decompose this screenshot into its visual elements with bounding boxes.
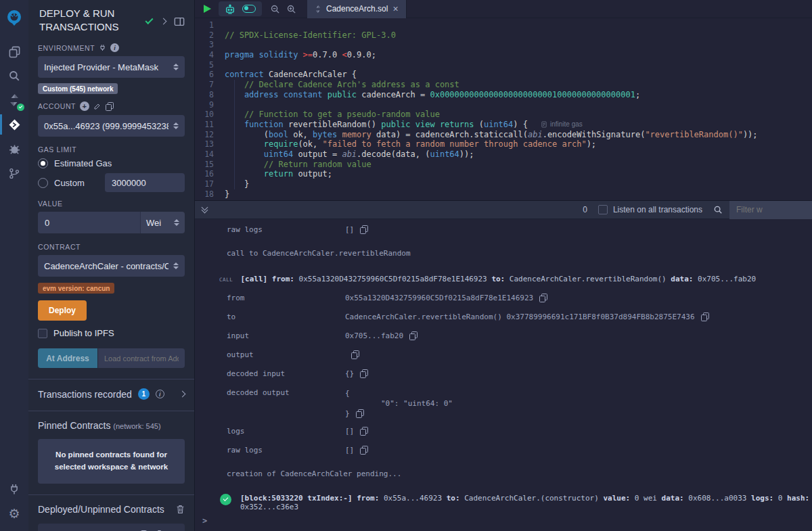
code-text: // SPDX-License-Identifier: GPL-3.0 [225, 30, 396, 41]
value-unit-select[interactable]: Wei [140, 212, 185, 233]
log-transaction-row[interactable]: [block:5033220 txIndex:-] from: 0x55a...… [195, 494, 812, 511]
environment-info-icon[interactable]: i [110, 43, 119, 52]
code-line[interactable]: 17 } [195, 179, 812, 189]
tab-cadencearch-sol[interactable]: CadenceArch.sol × [307, 0, 407, 18]
log-key: input [227, 331, 345, 340]
debugger-icon[interactable] [0, 137, 28, 161]
code-line[interactable]: 6contract CadenceArchCaler { [195, 70, 812, 80]
code-line[interactable]: 1 [195, 20, 812, 30]
copy-icon[interactable] [539, 294, 547, 302]
code-line[interactable]: 4pragma solidity >=0.7.0 <0.9.0; [195, 50, 812, 60]
git-icon[interactable] [0, 161, 28, 185]
code-line[interactable]: 16 return output; [195, 169, 812, 179]
account-select[interactable]: 0x55a...46923 (999.9999453238 [38, 115, 185, 137]
code-line[interactable]: 9 [195, 100, 812, 110]
log-key: logs [227, 427, 345, 436]
log-key: to [227, 313, 345, 321]
log-call-row[interactable]: call[call] from: 0x55a1320D432759960C5Df… [195, 275, 812, 283]
log-value: [] [345, 446, 368, 455]
at-address-button[interactable]: At Address [38, 348, 97, 368]
code-line[interactable]: 12 (bool ok, bytes memory data) = cadenc… [195, 130, 812, 140]
select-stepper-icon [173, 122, 179, 129]
settings-gear-icon[interactable]: ⚙ [0, 501, 28, 526]
add-account-icon[interactable]: + [80, 101, 89, 111]
collapse-terminal-icon[interactable] [202, 207, 207, 212]
code-line[interactable]: 18} [195, 189, 812, 200]
code-text: // Declare Cadence Arch's address as a c… [225, 80, 459, 90]
terminal-search-icon[interactable] [713, 205, 723, 214]
log-key: output [227, 350, 345, 359]
code-text: // Function to get a pseudo-random value [225, 110, 440, 120]
deploy-run-icon[interactable] [0, 112, 28, 137]
publish-ipfs-checkbox[interactable] [38, 329, 47, 338]
code-text: function revertibleRandom() public view … [225, 120, 528, 130]
copy-icon[interactable] [356, 409, 364, 418]
code-line[interactable]: 10 // Function to get a pseudo-random va… [195, 110, 812, 120]
code-line[interactable]: 14 uint64 output = abi.decode(data, (uin… [195, 149, 812, 160]
contract-select[interactable]: CadenceArchCaler - contracts/Cac [38, 255, 185, 277]
transactions-recorded-label: Transactions recorded [38, 389, 132, 400]
value-label: VALUE [38, 200, 185, 208]
account-label: ACCOUNT + [38, 101, 185, 111]
code-line[interactable]: 15 // Return random value [195, 160, 812, 170]
copy-icon[interactable] [360, 225, 368, 234]
log-kv-row: from0x55a1320D432759960C5Df0215a8dF78e1E… [195, 294, 812, 304]
code-text: pragma solidity >=0.7.0 <0.9.0; [225, 50, 376, 60]
custom-gas-input[interactable] [105, 173, 185, 192]
copy-icon[interactable] [351, 350, 359, 359]
edit-account-icon[interactable] [93, 102, 102, 110]
code-text: (bool ok, bytes memory data) = cadenceAr… [225, 130, 758, 140]
copy-icon[interactable] [409, 331, 418, 340]
run-script-icon[interactable] [204, 5, 211, 13]
code-line[interactable]: 3 [195, 40, 812, 50]
terminal-filter-input[interactable] [729, 201, 812, 219]
pin-panel-icon[interactable] [174, 17, 185, 26]
code-line[interactable]: 13 require(ok, "failed to fetch a random… [195, 139, 812, 149]
log-kv-row: decoded input{} [195, 369, 812, 380]
plug-icon[interactable] [99, 44, 106, 51]
panel-expand-icon[interactable] [160, 18, 167, 25]
plugin-manager-icon[interactable] [0, 477, 28, 501]
code-editor[interactable]: 12// SPDX-License-Identifier: GPL-3.034p… [195, 18, 812, 200]
value-input[interactable] [38, 212, 140, 233]
code-line[interactable]: 8 address constant public cadenceArch = … [195, 90, 812, 100]
transactions-expand-icon[interactable] [179, 391, 186, 398]
copy-icon[interactable] [360, 427, 368, 436]
close-tab-icon[interactable]: × [392, 4, 398, 14]
copy-icon[interactable] [701, 313, 709, 321]
log-value: [] [345, 225, 368, 234]
trash-icon[interactable] [176, 505, 185, 514]
terminal: 0 Listen on all transactions raw logs[]c… [195, 200, 812, 531]
copy-icon[interactable] [360, 369, 368, 378]
code-text: uint64 output = abi.decode(data, (uint64… [225, 149, 474, 160]
terminal-toolbar: 0 Listen on all transactions [195, 201, 812, 219]
tab-label: CadenceArch.sol [326, 4, 388, 14]
deploy-button[interactable]: Deploy [38, 300, 87, 321]
copilot-toggle[interactable] [242, 5, 256, 13]
remix-ai-robot-icon[interactable] [225, 4, 235, 14]
at-address-input[interactable] [98, 348, 185, 368]
search-icon[interactable] [0, 64, 28, 88]
line-number: 10 [195, 110, 225, 120]
copy-account-icon[interactable] [106, 102, 114, 111]
solidity-compiler-icon[interactable] [0, 88, 28, 112]
listen-transactions-checkbox[interactable] [598, 205, 608, 214]
call-tag: call [219, 277, 233, 283]
log-message: creation of CadenceArchCaler pending... [195, 469, 812, 478]
code-line[interactable]: 11 function revertibleRandom() public vi… [195, 120, 812, 130]
environment-select[interactable]: Injected Provider - MetaMask [38, 56, 185, 78]
code-line[interactable]: 2// SPDX-License-Identifier: GPL-3.0 [195, 30, 812, 41]
code-line[interactable]: 5 [195, 60, 812, 70]
custom-gas-radio[interactable] [38, 178, 48, 188]
transaction-success-icon [220, 494, 231, 505]
transactions-info-icon[interactable]: i [156, 390, 164, 398]
zoom-in-icon[interactable] [286, 4, 296, 14]
file-explorer-icon[interactable] [0, 39, 28, 64]
zoom-out-icon[interactable] [270, 4, 280, 14]
terminal-prompt[interactable]: > [195, 516, 812, 531]
remix-logo[interactable] [0, 4, 28, 34]
copy-icon[interactable] [360, 446, 368, 455]
code-line[interactable]: 7 // Declare Cadence Arch's address as a… [195, 80, 812, 90]
estimated-gas-radio[interactable] [38, 158, 48, 168]
line-number: 18 [195, 189, 225, 200]
